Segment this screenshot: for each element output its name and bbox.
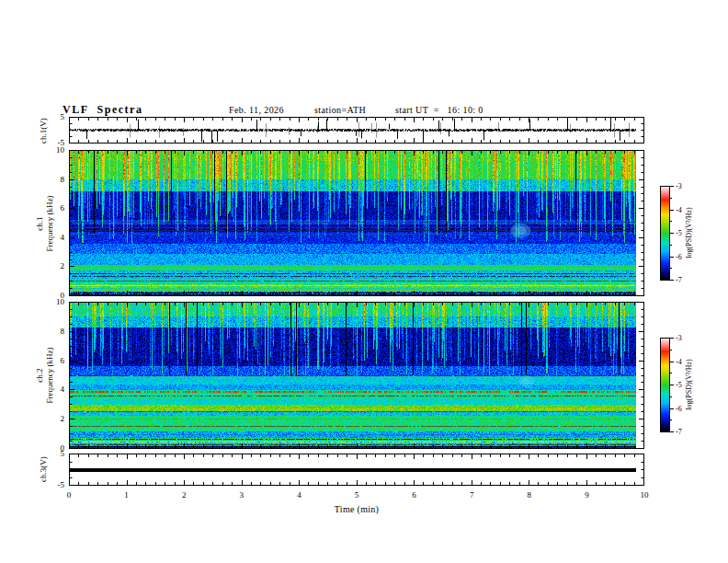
ch3-voltage-axis-label: ch.3(V) (39, 456, 49, 482)
x-tick-label: 6 (407, 490, 422, 500)
spec2-y-tick-label: 4 (44, 385, 64, 394)
page-title: VLF Spectra (63, 103, 142, 117)
colorbar-tick-label: -3 (676, 182, 682, 191)
spec1-y-tick-label: 6 (44, 203, 64, 213)
ch1-waveform-plot (69, 117, 644, 144)
wave3-y-tick-label: 5 (44, 449, 64, 458)
colorbar-minor-tick-mark (670, 198, 672, 199)
spec1-y-tick-label: 4 (44, 233, 64, 242)
colorbar-tick-mark (670, 233, 674, 234)
colorbar-minor-tick-mark (670, 373, 672, 373)
x-tick-label: 7 (464, 490, 479, 500)
wave1-y-tick-label: 5 (44, 112, 64, 121)
x-tick-label: 3 (234, 490, 249, 500)
wave3-y-tick-label: -5 (44, 480, 64, 489)
station-label: station=ATH (314, 105, 366, 115)
colorbar-tick-label: -7 (676, 428, 682, 437)
vlf-spectra-screen: VLF Spectra Feb. 11, 2026 station=ATH st… (0, 0, 728, 563)
x-tick-label: 5 (349, 490, 364, 500)
ch1-spectrogram-plot (69, 150, 644, 296)
colorbar-minor-tick-mark (670, 396, 672, 397)
spec2-y-tick-label: 8 (44, 327, 64, 336)
spec1-y-tick-label: 2 (44, 261, 64, 270)
colorbar-tick-label: -3 (676, 334, 682, 343)
colorbar-tick-label: -7 (676, 276, 682, 285)
colorbar-tick-mark (670, 280, 674, 281)
spec2-y-tick-label: 6 (44, 356, 64, 365)
colorbar-tick-mark (670, 210, 674, 211)
spec2-y-tick-label: 10 (44, 297, 64, 306)
colorbar-tick-mark (670, 431, 674, 432)
colorbar-ch1-label: log(PSD)(V²/Hz) (685, 207, 693, 258)
colorbar-tick-label: -4 (676, 358, 682, 367)
ch2-spectrogram-plot (69, 302, 644, 449)
colorbar-tick-mark (670, 338, 674, 339)
colorbar-tick-label: -4 (676, 206, 682, 215)
colorbar-tick-label: -5 (676, 229, 682, 238)
colorbar-ch2 (660, 338, 670, 432)
colorbar-minor-tick-mark (670, 419, 672, 420)
colorbar-tick-mark (670, 408, 674, 409)
colorbar-tick-mark (670, 362, 674, 362)
colorbar-tick-mark (670, 385, 674, 385)
colorbar-minor-tick-mark (670, 268, 672, 269)
start-ut-label: start UT = 16: 10: 0 (395, 105, 483, 115)
x-tick-label: 1 (119, 490, 134, 500)
colorbar-ch1 (660, 186, 670, 281)
colorbar-tick-label: -6 (676, 405, 682, 414)
colorbar-tick-mark (670, 257, 674, 258)
ch3-waveform-plot (69, 454, 644, 486)
date-label: Feb. 11, 2026 (229, 105, 284, 115)
colorbar-minor-tick-mark (670, 245, 672, 246)
time-axis-label: Time (min) (335, 504, 379, 514)
x-tick-label: 0 (62, 490, 76, 500)
x-tick-label: 4 (291, 490, 306, 500)
colorbar-minor-tick-mark (670, 221, 672, 222)
x-tick-label: 8 (522, 490, 537, 500)
colorbar-ch2-label: log(PSD)(V²/Hz) (685, 359, 693, 409)
x-tick-label: 10 (637, 490, 652, 500)
spec2-y-tick-label: 2 (44, 414, 64, 423)
colorbar-tick-label: -6 (676, 253, 682, 262)
colorbar-tick-mark (670, 186, 674, 187)
x-tick-label: 9 (579, 490, 594, 500)
spec1-y-tick-label: 8 (44, 175, 64, 184)
colorbar-minor-tick-mark (670, 350, 672, 350)
x-tick-label: 2 (176, 490, 191, 500)
colorbar-tick-label: -5 (676, 381, 682, 390)
wave1-y-tick-label: -5 (44, 138, 64, 147)
